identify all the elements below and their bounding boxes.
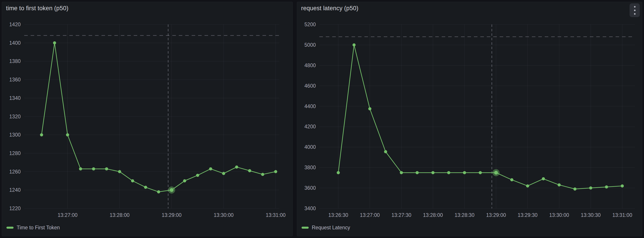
- series-line: [42, 43, 276, 192]
- y-tick-label: 3600: [304, 185, 316, 191]
- data-point: [542, 177, 545, 180]
- data-point: [222, 172, 225, 175]
- data-point: [118, 170, 121, 173]
- data-point: [66, 133, 69, 136]
- x-tick-label: 13:27:30: [392, 212, 412, 218]
- data-point: [53, 41, 56, 45]
- data-point: [400, 171, 403, 174]
- data-point: [261, 173, 264, 176]
- data-point: [558, 183, 561, 186]
- legend-label: Request Latency: [312, 225, 350, 231]
- legend-item-ttft[interactable]: Time to First Token: [6, 225, 60, 231]
- y-tick-label: 1280: [9, 150, 21, 156]
- x-tick-label: 13:26:30: [328, 212, 348, 218]
- data-point: [605, 185, 608, 189]
- y-tick-label: 4800: [304, 62, 316, 68]
- y-tick-label: 1380: [9, 58, 21, 64]
- y-tick-label: 1240: [9, 187, 21, 193]
- y-tick-label: 5000: [304, 42, 316, 48]
- y-tick-label: 3400: [304, 205, 316, 211]
- y-tick-label: 1260: [9, 169, 21, 175]
- data-point: [384, 150, 387, 153]
- y-tick-label: 1400: [9, 40, 21, 46]
- data-point: [337, 171, 340, 174]
- x-tick-label: 13:29:00: [162, 212, 182, 218]
- legend-latency: Request Latency: [302, 225, 350, 231]
- x-tick-label: 13:28:30: [454, 212, 474, 218]
- x-tick-label: 13:28:00: [110, 212, 130, 218]
- data-point: [352, 43, 356, 47]
- legend-item-latency[interactable]: Request Latency: [302, 225, 350, 231]
- panel-title-ttft[interactable]: time to first token (p50): [6, 5, 68, 12]
- x-tick-label: 13:28:00: [423, 212, 443, 218]
- hovered-data-point: [494, 171, 498, 175]
- kebab-vertical-icon: [634, 6, 636, 15]
- data-point: [416, 171, 419, 174]
- x-tick-label: 13:27:00: [360, 212, 380, 218]
- y-tick-label: 1220: [9, 205, 21, 211]
- data-point: [589, 186, 592, 189]
- y-tick-label: 4200: [304, 124, 316, 130]
- x-tick-label: 13:29:00: [486, 212, 506, 218]
- y-tick-label: 3800: [304, 165, 316, 170]
- data-point: [79, 167, 82, 170]
- y-tick-label: 1340: [9, 95, 21, 101]
- data-point: [621, 184, 624, 187]
- data-point: [144, 186, 147, 189]
- data-point: [463, 171, 466, 174]
- x-tick-label: 13:29:30: [518, 212, 538, 218]
- data-point: [235, 166, 238, 169]
- y-tick-label: 1320: [9, 114, 21, 120]
- y-tick-label: 4000: [304, 144, 316, 150]
- data-point: [105, 167, 108, 170]
- panel-header: time to first token (p50): [2, 2, 292, 16]
- legend-color-swatch: [6, 227, 14, 229]
- data-point: [157, 190, 160, 193]
- data-point: [479, 171, 482, 174]
- y-tick-label: 1360: [9, 77, 21, 82]
- panel-ttft: time to first token (p50) 12201240126012…: [2, 2, 293, 236]
- y-tick-label: 1420: [9, 22, 21, 27]
- panel-menu-button[interactable]: [630, 3, 640, 17]
- legend-color-swatch: [302, 227, 309, 229]
- data-point: [92, 167, 95, 170]
- data-point: [248, 169, 251, 172]
- ttft-chart[interactable]: 1220124012601280130013201340136013801400…: [2, 2, 292, 236]
- hovered-data-point: [170, 188, 174, 192]
- x-tick-label: 13:31:00: [612, 212, 632, 218]
- y-tick-label: 4600: [304, 83, 316, 89]
- data-point: [510, 178, 514, 181]
- y-tick-label: 5200: [304, 22, 316, 27]
- data-point: [40, 133, 43, 136]
- data-point: [432, 171, 434, 174]
- panel-header: request latency (p50): [297, 2, 642, 16]
- y-tick-label: 1300: [9, 132, 21, 138]
- data-point: [368, 107, 371, 110]
- panel-title-latency[interactable]: request latency (p50): [301, 5, 358, 12]
- data-point: [196, 174, 199, 177]
- x-tick-label: 13:30:00: [549, 212, 569, 218]
- legend-label: Time to First Token: [17, 225, 60, 231]
- x-tick-label: 13:30:30: [581, 212, 601, 218]
- x-tick-label: 13:30:00: [214, 212, 234, 218]
- y-tick-label: 4400: [304, 103, 316, 109]
- data-point: [209, 167, 212, 170]
- x-tick-label: 13:31:00: [266, 212, 286, 218]
- data-point: [274, 170, 277, 173]
- data-point: [131, 179, 134, 182]
- x-tick-label: 13:27:00: [58, 212, 78, 218]
- data-point: [526, 184, 529, 187]
- dashboard: time to first token (p50) 12201240126012…: [0, 0, 644, 238]
- panel-latency: request latency (p50) 340036003800400042…: [297, 2, 642, 236]
- data-point: [447, 171, 450, 174]
- latency-chart[interactable]: 3400360038004000420044004600480050005200…: [297, 2, 642, 236]
- data-point: [183, 179, 186, 182]
- legend-ttft: Time to First Token: [6, 225, 60, 231]
- data-point: [574, 187, 576, 191]
